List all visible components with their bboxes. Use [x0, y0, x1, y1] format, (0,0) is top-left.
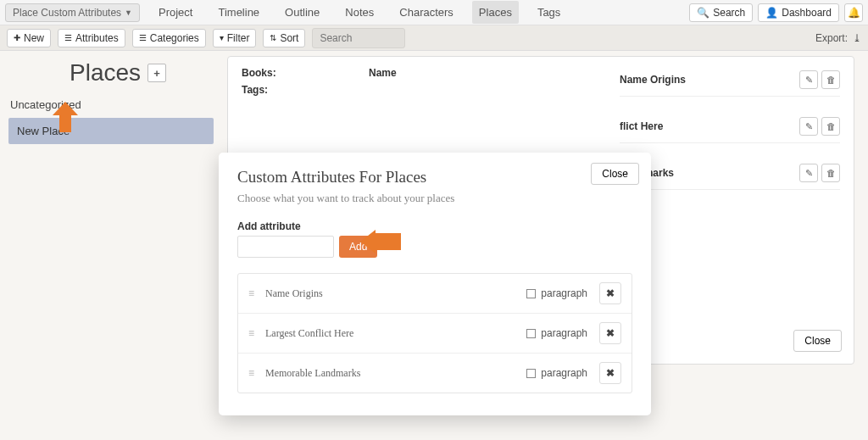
filter-button[interactable]: ▾ Filter — [213, 29, 257, 47]
svg-marker-1 — [360, 230, 401, 253]
trash-icon[interactable]: 🗑 — [821, 164, 840, 182]
nav-tags[interactable]: Tags — [531, 1, 567, 24]
attribute-row: ≡ Name Origins paragraph ✖ — [238, 274, 632, 314]
category-heading: Uncategorized — [8, 95, 214, 114]
attribute-name: Memorable Landmarks — [265, 367, 515, 380]
trash-icon[interactable]: 🗑 — [821, 70, 840, 89]
attribute-list: ≡ Name Origins paragraph ✖ ≡ Largest Con… — [237, 273, 632, 393]
checkbox-icon — [526, 329, 536, 338]
filter-icon: ▾ — [220, 33, 224, 42]
drag-handle-icon[interactable]: ≡ — [248, 287, 253, 299]
export-icon[interactable]: ⤓ — [853, 32, 861, 44]
export-label: Export: — [815, 32, 848, 44]
top-nav: Place Custom Attributes ▼ Project Timeli… — [0, 0, 868, 25]
attr-title: Name Origins — [620, 74, 686, 86]
checkbox-icon — [526, 369, 536, 378]
dashboard-button[interactable]: 👤 Dashboard — [758, 3, 839, 22]
annotation-arrow-icon — [360, 230, 401, 253]
search-button-label: Search — [713, 7, 745, 19]
nav-notes[interactable]: Notes — [338, 1, 381, 24]
books-label: Books: — [242, 67, 343, 79]
attribute-row: ≡ Largest Conflict Here paragraph ✖ — [238, 314, 632, 354]
categories-button-label: Categories — [150, 32, 199, 44]
modal-subtitle: Choose what you want to track about your… — [237, 192, 632, 205]
nav-timeline[interactable]: Timeline — [211, 1, 266, 24]
nav-outline[interactable]: Outline — [278, 1, 326, 24]
attribute-row: ≡ Memorable Landmarks paragraph ✖ — [238, 354, 632, 393]
edit-icon[interactable]: ✎ — [799, 117, 818, 136]
attr-panel-conflict: flict Here ✎ 🗑 — [620, 114, 840, 143]
sort-button-label: Sort — [280, 32, 298, 44]
search-icon: 🔍 — [697, 7, 709, 19]
modal-close-button[interactable]: Close — [591, 163, 639, 185]
delete-attribute-button[interactable]: ✖ — [599, 362, 621, 384]
list-icon: ☰ — [139, 33, 147, 42]
main-nav: Project Timeline Outline Notes Character… — [152, 0, 567, 25]
content-area: Places + Uncategorized New Place Books: … — [0, 51, 868, 440]
attr-title: flict Here — [620, 120, 663, 132]
annotation-arrow-icon — [53, 102, 78, 132]
add-attribute-input[interactable] — [237, 236, 334, 258]
page-header: Places + — [70, 59, 166, 86]
user-icon: 👤 — [765, 7, 778, 19]
attribute-name: Largest Conflict Here — [265, 327, 515, 340]
svg-marker-0 — [53, 102, 78, 132]
edit-icon[interactable]: ✎ — [799, 164, 818, 182]
plus-icon: ✚ — [14, 33, 20, 42]
nav-places[interactable]: Places — [472, 1, 519, 24]
trash-icon[interactable]: 🗑 — [821, 117, 840, 136]
attribute-type-toggle[interactable]: paragraph — [526, 327, 587, 339]
attribute-type-toggle[interactable]: paragraph — [526, 287, 587, 299]
attributes-button[interactable]: ☰ Attributes — [58, 29, 125, 47]
search-input[interactable] — [312, 28, 405, 48]
custom-attributes-modal: Close Custom Attributes For Places Choos… — [219, 153, 651, 415]
list-icon: ☰ — [64, 33, 72, 42]
add-place-button[interactable]: + — [147, 64, 166, 82]
notifications-button[interactable]: 🔔 — [844, 3, 863, 22]
drag-handle-icon[interactable]: ≡ — [248, 367, 253, 379]
tags-label: Tags: — [242, 84, 343, 96]
place-item[interactable]: New Place — [8, 118, 214, 144]
new-button-label: New — [24, 32, 44, 44]
attribute-type-toggle[interactable]: paragraph — [526, 367, 587, 379]
nav-project[interactable]: Project — [152, 1, 199, 24]
top-right: 🔍 Search 👤 Dashboard 🔔 — [689, 3, 863, 22]
edit-icon[interactable]: ✎ — [799, 70, 818, 89]
bell-icon: 🔔 — [848, 7, 860, 19]
attribute-name: Name Origins — [265, 287, 515, 300]
places-sidebar: Uncategorized New Place — [8, 95, 214, 144]
caret-down-icon: ▼ — [125, 8, 132, 17]
add-attribute-label: Add attribute — [237, 220, 632, 232]
new-button[interactable]: ✚ New — [7, 29, 51, 47]
places-toolbar: ✚ New ☰ Attributes ☰ Categories ▾ Filter… — [0, 25, 868, 51]
drag-handle-icon[interactable]: ≡ — [248, 327, 253, 339]
sort-icon: ⇅ — [270, 33, 276, 42]
attr-panel-landmarks: Landmarks ✎ 🗑 — [620, 160, 840, 190]
sort-button[interactable]: ⇅ Sort — [263, 29, 305, 47]
filter-button-label: Filter — [227, 32, 250, 44]
project-dropdown-label: Place Custom Attributes — [13, 7, 121, 19]
modal-title: Custom Attributes For Places — [237, 168, 632, 187]
delete-attribute-button[interactable]: ✖ — [599, 322, 621, 344]
export-area: Export: ⤓ — [815, 32, 861, 44]
search-button[interactable]: 🔍 Search — [689, 3, 753, 22]
project-dropdown[interactable]: Place Custom Attributes ▼ — [5, 3, 140, 22]
attr-panel-name-origins: Name Origins ✎ 🗑 — [620, 67, 840, 97]
checkbox-icon — [526, 289, 536, 298]
detail-close-button[interactable]: Close — [793, 330, 842, 352]
delete-attribute-button[interactable]: ✖ — [599, 282, 621, 304]
page-title: Places — [70, 59, 141, 86]
name-label: Name — [369, 67, 594, 79]
attributes-button-label: Attributes — [75, 32, 119, 44]
categories-button[interactable]: ☰ Categories — [132, 29, 206, 47]
nav-characters[interactable]: Characters — [392, 1, 460, 24]
dashboard-button-label: Dashboard — [782, 7, 832, 19]
